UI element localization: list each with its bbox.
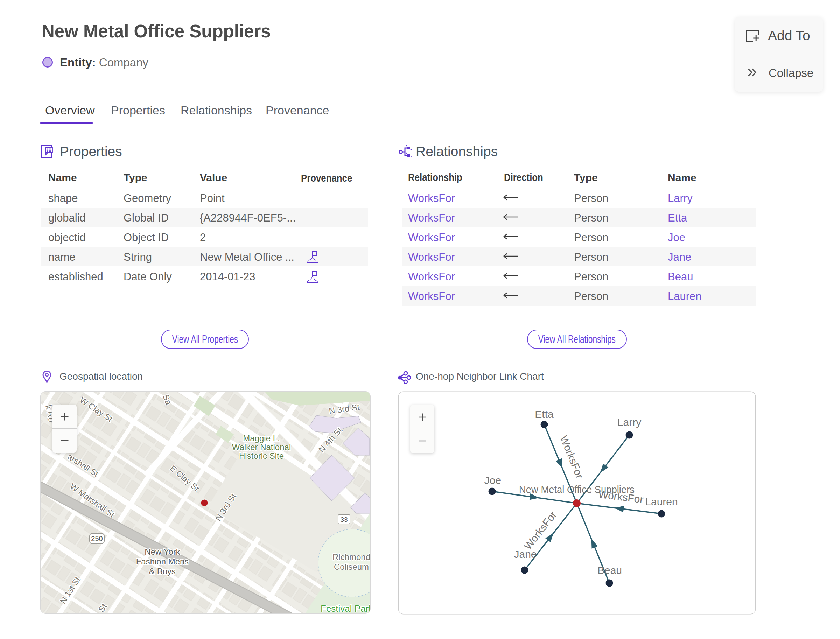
svg-text:250: 250 — [91, 535, 103, 542]
svg-text:Larry: Larry — [617, 416, 641, 428]
svg-text:Joe: Joe — [484, 475, 501, 486]
svg-text:New York: New York — [145, 547, 180, 556]
svg-text:WorksFor: WorksFor — [598, 488, 644, 505]
svg-text:Etta: Etta — [535, 409, 554, 420]
svg-text:33: 33 — [340, 516, 348, 523]
svg-text:Walker National: Walker National — [232, 442, 291, 452]
svg-text:Coliseum: Coliseum — [334, 562, 369, 571]
svg-text:Festival Park: Festival Park — [321, 603, 370, 614]
svg-text:WorksFor: WorksFor — [558, 434, 585, 480]
svg-text:Jane: Jane — [514, 548, 536, 560]
svg-text:Lauren: Lauren — [645, 496, 678, 507]
svg-text:Richmond: Richmond — [332, 552, 370, 562]
svg-text:WorksFor: WorksFor — [522, 509, 559, 552]
svg-text:Maggie L.: Maggie L. — [243, 434, 280, 443]
svg-text:Beau: Beau — [597, 564, 622, 576]
svg-text:& Boys: & Boys — [149, 567, 176, 576]
svg-text:Historic Site: Historic Site — [239, 451, 284, 461]
svg-text:Fashion Mens: Fashion Mens — [136, 557, 189, 566]
